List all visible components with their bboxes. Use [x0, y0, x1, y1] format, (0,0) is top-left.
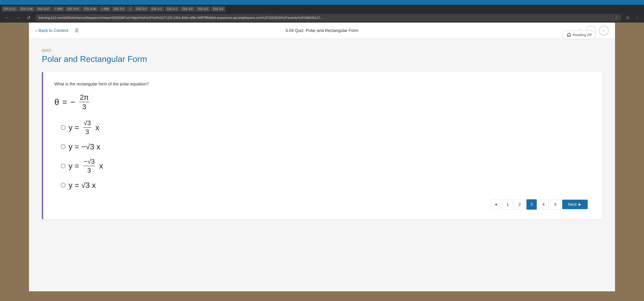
menu-button[interactable]: ⋮	[634, 15, 641, 21]
tab-item[interactable]: ×	[127, 6, 133, 12]
fraction-2pi-3: 2π 3	[79, 93, 89, 111]
tab-item[interactable]: D2L 4.0	[180, 6, 195, 12]
question-card: What is the rectangular form of the pola…	[42, 72, 602, 219]
tab-item[interactable]: D2L 4.0	[196, 6, 210, 12]
pagination-prev-button[interactable]: ◄	[491, 199, 501, 210]
nav-next-button[interactable]: ›	[599, 26, 608, 36]
answer-choices: y = √3 3 x y = −√3 x y =	[61, 119, 591, 190]
url-text: learning.k12.com/d2l/le/enhancedSequence…	[38, 16, 614, 20]
nav-forward-button[interactable]: →	[14, 14, 22, 21]
page-title: 5.04 Quiz: Polar and Rectangular Form	[286, 28, 358, 33]
back-to-content-label: Back to Content	[38, 28, 68, 33]
tab-item[interactable]: D2L 5.0	[134, 6, 148, 12]
hamburger-menu-button[interactable]: ☰	[73, 27, 80, 34]
tab-item[interactable]: = 838	[99, 6, 111, 12]
answer-choice-4[interactable]: y = √3 x	[61, 181, 591, 190]
main-wrapper: ‹ Back to Content ☰ 5.04 Quiz: Polar and…	[29, 23, 615, 291]
tab-item[interactable]: D2L 5.11	[2, 6, 18, 12]
quiz-header: QUIZ: Polar and Rectangular Form	[42, 48, 602, 64]
bookmark-icon[interactable]: ☆	[615, 16, 618, 20]
tab-item[interactable]: D2L 5.07	[65, 6, 81, 12]
main-equation: θ = − 2π 3	[54, 93, 591, 111]
url-bar[interactable]: learning.k12.com/d2l/le/enhancedSequence…	[35, 14, 622, 22]
browser-tabs: D2L 5.11 D2L 5.06 D2L 5.07 = 838 D2L 5.0…	[0, 5, 644, 13]
radio-3[interactable]	[61, 164, 65, 168]
nav-arrows: 🎧 Reading Off ⋮ ‹ ›	[577, 26, 608, 36]
next-button[interactable]: Next ►	[562, 200, 588, 209]
quiz-title: Polar and Rectangular Form	[42, 54, 602, 64]
page-button-5[interactable]: 5	[550, 199, 560, 210]
pagination-area: ◄ 1 2 3 4 5 Next ►	[54, 199, 591, 210]
answer-choice-2[interactable]: y = −√3 x	[61, 142, 591, 151]
hamburger-icon: ☰	[75, 28, 79, 33]
tab-item[interactable]: D2L 4.1	[165, 6, 179, 12]
page-button-2[interactable]: 2	[514, 199, 525, 210]
headphones-icon: 🎧	[567, 33, 571, 37]
top-strip	[0, 0, 644, 5]
tab-item[interactable]: D2L 4.0	[211, 6, 226, 12]
content-area: QUIZ: Polar and Rectangular Form What is…	[29, 39, 615, 291]
page-button-4[interactable]: 4	[538, 199, 549, 210]
next-label: Next ►	[568, 202, 582, 207]
radio-4[interactable]	[61, 183, 65, 187]
quiz-label: QUIZ:	[42, 48, 602, 53]
page-button-3[interactable]: 3	[526, 199, 537, 210]
theta-symbol: θ	[54, 97, 59, 107]
nav-back-button[interactable]: ←	[3, 14, 11, 21]
reload-button[interactable]: ↺	[25, 14, 32, 21]
right-arrow-icon: ›	[603, 28, 604, 33]
extensions-button[interactable]: ⊡	[625, 15, 631, 21]
reading-off-label: Reading Off	[573, 33, 592, 37]
back-to-content-link[interactable]: ‹ Back to Content	[36, 28, 68, 33]
tab-item[interactable]: D2L 4.1	[150, 6, 164, 12]
answer-choice-1[interactable]: y = √3 3 x	[61, 119, 591, 136]
tab-item[interactable]: D2L 5.05	[82, 6, 98, 12]
tab-item[interactable]: D2L 5.0	[112, 6, 126, 12]
page-button-1[interactable]: 1	[503, 199, 513, 210]
tab-item[interactable]: D2L 5.06	[18, 6, 34, 12]
radio-2[interactable]	[61, 144, 65, 149]
address-bar: ← → ↺ learning.k12.com/d2l/le/enhancedSe…	[0, 13, 644, 23]
chevron-left-icon: ‹	[36, 28, 37, 33]
tab-item[interactable]: D2L 5.07	[36, 6, 52, 12]
answer-choice-3[interactable]: y = −√3 3 x	[61, 158, 591, 174]
reading-off-button[interactable]: 🎧 Reading Off	[562, 31, 596, 39]
question-text: What is the rectangular form of the pola…	[54, 82, 591, 87]
top-nav: ‹ Back to Content ☰ 5.04 Quiz: Polar and…	[29, 23, 615, 39]
radio-1[interactable]	[61, 125, 65, 130]
tab-item[interactable]: = 838	[52, 6, 64, 12]
